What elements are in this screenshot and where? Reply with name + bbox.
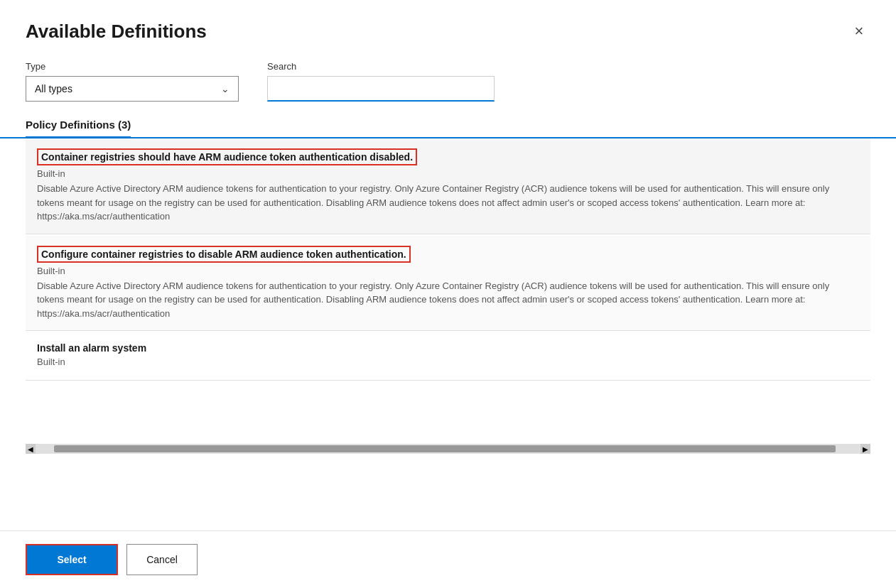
policy-title: Install an alarm system <box>37 342 859 354</box>
horizontal-scrollbar[interactable]: ◀ ▶ <box>26 444 870 454</box>
select-button[interactable]: Select <box>26 544 118 575</box>
search-label: Search <box>267 61 495 72</box>
type-filter-group: Type All types ⌄ <box>26 61 239 102</box>
policy-list[interactable]: Container registries should have ARM aud… <box>26 138 870 444</box>
cancel-button[interactable]: Cancel <box>126 544 198 575</box>
list-item[interactable]: Configure container registries to disabl… <box>26 236 870 332</box>
type-dropdown[interactable]: All types ⌄ <box>26 76 239 102</box>
dialog-title: Available Definitions <box>26 21 207 43</box>
section-title: Policy Definitions (3) <box>26 119 131 138</box>
type-selected-value: All types <box>35 83 221 94</box>
policy-description: Disable Azure Active Directory ARM audie… <box>37 279 859 321</box>
policy-title: Configure container registries to disabl… <box>37 246 411 263</box>
available-definitions-dialog: Available Definitions × Type All types ⌄… <box>0 0 896 588</box>
chevron-down-icon: ⌄ <box>221 83 230 94</box>
scroll-right-arrow[interactable]: ▶ <box>860 444 870 454</box>
section-header: Policy Definitions (3) <box>0 114 896 138</box>
policy-title: Container registries should have ARM aud… <box>37 148 417 165</box>
policy-description: Disable Azure Active Directory ARM audie… <box>37 182 859 224</box>
scrollbar-thumb[interactable] <box>54 445 836 452</box>
type-label: Type <box>26 61 239 72</box>
dialog-header: Available Definitions × <box>0 0 896 54</box>
dialog-footer: Select Cancel <box>0 530 896 588</box>
close-button[interactable]: × <box>848 20 870 43</box>
search-input[interactable] <box>267 76 495 102</box>
search-filter-group: Search <box>267 61 495 102</box>
policy-type: Built-in <box>37 168 859 179</box>
list-item[interactable]: Install an alarm system Built-in <box>26 332 870 381</box>
policy-type: Built-in <box>37 266 859 276</box>
list-item[interactable]: Container registries should have ARM aud… <box>26 138 870 234</box>
policy-type: Built-in <box>37 356 859 367</box>
filters-row: Type All types ⌄ Search <box>0 54 896 114</box>
content-area: Container registries should have ARM aud… <box>0 138 896 530</box>
scroll-left-arrow[interactable]: ◀ <box>26 444 36 454</box>
